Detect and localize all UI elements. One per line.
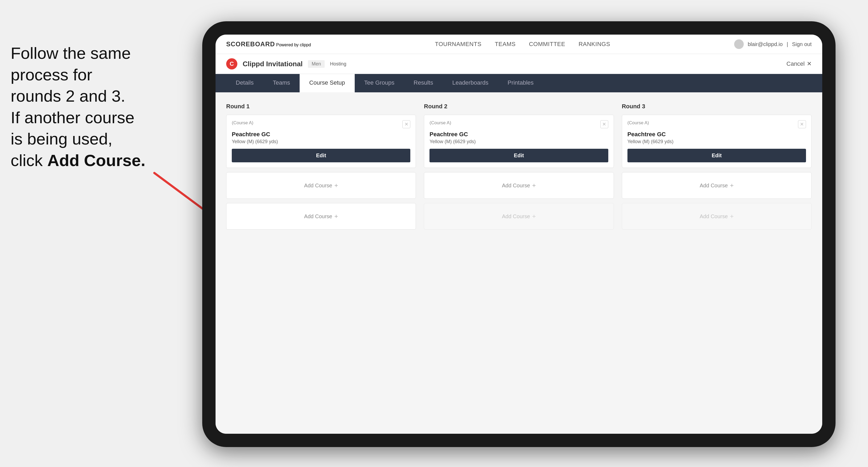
course-name: Peachtree GC [627, 131, 806, 138]
course-delete-button[interactable]: ✕ [600, 120, 608, 128]
cancel-button[interactable]: Cancel ✕ [786, 60, 812, 67]
round-2-course-card: (Course A) ✕ Peachtree GC Yellow (M) (66… [424, 115, 614, 168]
delete-icon: ✕ [800, 121, 804, 127]
round-3-course-card: (Course A) ✕ Peachtree GC Yellow (M) (66… [622, 115, 812, 168]
course-tag: (Course A) [232, 120, 253, 126]
brand-area: SCOREBOARD Powered by clippd [226, 40, 311, 48]
round-1-label: Round 1 [226, 103, 416, 110]
add-course-label: Add Course [700, 183, 728, 189]
add-course-card-r2-slot1[interactable]: Add Course + [424, 172, 614, 199]
delete-icon: ✕ [404, 121, 408, 127]
nav-links: TOURNAMENTS TEAMS COMMITTEE RANKINGS [435, 41, 610, 48]
instruction-line2: process for [11, 64, 176, 86]
course-name: Peachtree GC [232, 131, 410, 138]
tab-tee-groups[interactable]: Tee Groups [355, 74, 404, 92]
rounds-grid: Round 1 (Course A) ✕ Peachtree GC Yellow… [226, 103, 812, 234]
round-1-column: Round 1 (Course A) ✕ Peachtree GC Yellow… [226, 103, 416, 234]
plus-icon: + [730, 182, 734, 189]
user-email: blair@clippd.io [748, 41, 783, 48]
add-course-label: Add Course [502, 213, 530, 220]
tab-teams[interactable]: Teams [263, 74, 300, 92]
instruction-line5: is being used, [11, 128, 176, 150]
instruction-line3: rounds 2 and 3. [11, 86, 176, 107]
course-delete-button[interactable]: ✕ [798, 120, 806, 128]
add-course-label: Add Course [502, 183, 530, 189]
tab-leaderboards[interactable]: Leaderboards [443, 74, 498, 92]
top-navigation: SCOREBOARD Powered by clippd TOURNAMENTS… [216, 35, 822, 54]
plus-icon: + [532, 213, 536, 220]
add-course-card-r3-slot1[interactable]: Add Course + [622, 172, 812, 199]
add-course-card-r1-slot2[interactable]: Add Course + [226, 203, 416, 230]
course-details: Yellow (M) (6629 yds) [430, 139, 608, 145]
tab-course-setup[interactable]: Course Setup [300, 74, 355, 92]
instruction-line1: Follow the same [11, 42, 176, 64]
instruction-line4: If another course [11, 107, 176, 128]
add-course-card-r3-slot2: Add Course + [622, 203, 812, 230]
course-card-header: (Course A) ✕ [430, 120, 608, 128]
nav-separator: | [786, 41, 788, 48]
course-tag: (Course A) [627, 120, 649, 126]
delete-icon: ✕ [602, 121, 606, 127]
course-details: Yellow (M) (6629 yds) [627, 139, 806, 145]
round-3-label: Round 3 [622, 103, 812, 110]
round-2-label: Round 2 [424, 103, 614, 110]
add-course-label: Add Course [304, 213, 332, 220]
add-course-label: Add Course [304, 183, 332, 189]
avatar [734, 39, 744, 49]
nav-right: blair@clippd.io | Sign out [734, 39, 812, 49]
main-content: Round 1 (Course A) ✕ Peachtree GC Yellow… [216, 92, 822, 434]
plus-icon: + [334, 182, 338, 189]
tab-details[interactable]: Details [226, 74, 263, 92]
tab-printables[interactable]: Printables [498, 74, 543, 92]
course-card-header: (Course A) ✕ [627, 120, 806, 128]
plus-icon: + [730, 213, 734, 220]
tab-bar: Details Teams Course Setup Tee Groups Re… [216, 74, 822, 92]
nav-committee[interactable]: COMMITTEE [529, 41, 565, 48]
gender-badge: Men [308, 60, 324, 68]
edit-course-button-r3[interactable]: Edit [627, 149, 806, 162]
nav-tournaments[interactable]: TOURNAMENTS [435, 41, 482, 48]
instruction-line6: click Add Course. [11, 150, 176, 172]
hosting-badge: Hosting [330, 61, 346, 67]
tournament-info: C Clippd Invitational Men Hosting [226, 58, 346, 69]
plus-icon: + [334, 213, 338, 220]
course-details: Yellow (M) (6629 yds) [232, 139, 410, 145]
tablet-screen: SCOREBOARD Powered by clippd TOURNAMENTS… [216, 35, 822, 434]
brand-logo: SCOREBOARD Powered by clippd [226, 40, 311, 48]
plus-icon: + [532, 182, 536, 189]
round-2-column: Round 2 (Course A) ✕ Peachtree GC Yellow… [424, 103, 614, 234]
sign-out-link[interactable]: Sign out [792, 41, 812, 48]
add-course-label: Add Course [700, 213, 728, 220]
nav-teams[interactable]: TEAMS [495, 41, 516, 48]
edit-course-button-r2[interactable]: Edit [430, 149, 608, 162]
round-1-course-card: (Course A) ✕ Peachtree GC Yellow (M) (66… [226, 115, 416, 168]
sub-header: C Clippd Invitational Men Hosting Cancel… [216, 54, 822, 74]
tab-results[interactable]: Results [404, 74, 442, 92]
edit-course-button-r1[interactable]: Edit [232, 149, 410, 162]
course-tag: (Course A) [430, 120, 451, 126]
nav-rankings[interactable]: RANKINGS [579, 41, 610, 48]
add-course-card-r1-slot1[interactable]: Add Course + [226, 172, 416, 199]
clippd-icon: C [226, 58, 237, 69]
close-icon: ✕ [807, 60, 812, 67]
round-3-column: Round 3 (Course A) ✕ Peachtree GC Yellow… [622, 103, 812, 234]
instruction-panel: Follow the same process for rounds 2 and… [0, 32, 186, 182]
tournament-title: Clippd Invitational [243, 60, 303, 68]
course-card-header: (Course A) ✕ [232, 120, 410, 128]
tablet-device: SCOREBOARD Powered by clippd TOURNAMENTS… [202, 21, 836, 447]
add-course-card-r2-slot2: Add Course + [424, 203, 614, 230]
course-delete-button[interactable]: ✕ [402, 120, 410, 128]
course-name: Peachtree GC [430, 131, 608, 138]
